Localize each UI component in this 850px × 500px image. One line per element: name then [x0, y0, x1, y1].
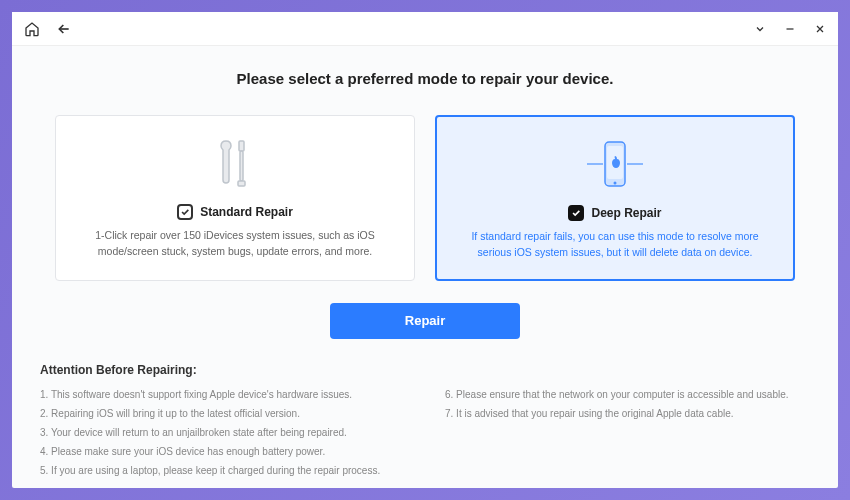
deep-repair-label: Deep Repair: [591, 206, 661, 220]
svg-rect-1: [240, 151, 243, 181]
chevron-down-icon[interactable]: [754, 23, 766, 35]
attention-item: 4. Please make sure your iOS device has …: [40, 442, 405, 461]
standard-repair-label: Standard Repair: [200, 205, 293, 219]
close-icon[interactable]: [814, 23, 826, 35]
titlebar: [12, 12, 838, 46]
deep-repair-card[interactable]: Deep Repair If standard repair fails, yo…: [435, 115, 795, 281]
app-window: Please select a preferred mode to repair…: [12, 12, 838, 488]
standard-repair-description: 1-Click repair over 150 iDevices system …: [76, 228, 394, 260]
attention-item: 3. Your device will return to an unjailb…: [40, 423, 405, 442]
phone-repair-icon: [457, 133, 773, 195]
wrench-screwdriver-icon: [76, 132, 394, 194]
deep-repair-checkbox[interactable]: [568, 205, 584, 221]
attention-item: 2. Repairing iOS will bring it up to the…: [40, 404, 405, 423]
page-title: Please select a preferred mode to repair…: [40, 70, 810, 87]
deep-repair-description: If standard repair fails, you can use th…: [457, 229, 773, 261]
svg-rect-0: [239, 141, 244, 151]
content-area: Please select a preferred mode to repair…: [12, 46, 838, 488]
minimize-icon[interactable]: [784, 23, 796, 35]
standard-repair-card[interactable]: Standard Repair 1-Click repair over 150 …: [55, 115, 415, 281]
attention-title: Attention Before Repairing:: [40, 363, 810, 377]
attention-item: 1. This software doesn't support fixing …: [40, 385, 405, 404]
mode-cards: Standard Repair 1-Click repair over 150 …: [40, 115, 810, 281]
attention-item: 7. It is advised that you repair using t…: [445, 404, 810, 423]
attention-section: Attention Before Repairing: 1. This soft…: [40, 363, 810, 480]
attention-item: 5. If you are using a laptop, please kee…: [40, 461, 405, 480]
standard-repair-checkbox[interactable]: [177, 204, 193, 220]
home-icon[interactable]: [24, 21, 40, 37]
svg-point-7: [614, 182, 617, 185]
svg-rect-2: [238, 181, 245, 186]
attention-item: 6. Please ensure that the network on you…: [445, 385, 810, 404]
back-icon[interactable]: [56, 21, 72, 37]
repair-button[interactable]: Repair: [330, 303, 520, 339]
